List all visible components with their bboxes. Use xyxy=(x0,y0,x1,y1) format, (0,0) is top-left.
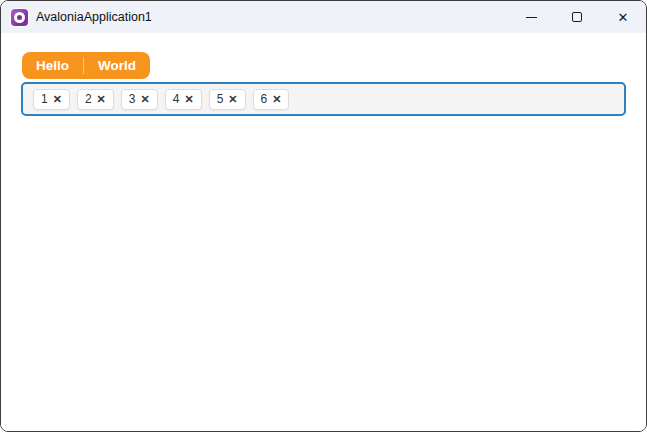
titlebar[interactable]: AvaloniaApplication1 ✕ xyxy=(1,1,646,33)
avalonia-logo-ring xyxy=(14,12,25,23)
chip[interactable]: 5 ✕ xyxy=(209,89,246,110)
window-controls: ✕ xyxy=(508,1,646,33)
chip-label: 5 xyxy=(217,92,224,106)
chip-label: 4 xyxy=(173,92,180,106)
minimize-icon xyxy=(526,17,537,18)
chip-remove-button[interactable]: ✕ xyxy=(97,94,106,105)
tabstrip: Hello World xyxy=(22,52,150,79)
chipbox[interactable]: 1 ✕ 2 ✕ 3 ✕ 4 ✕ 5 ✕ 6 ✕ xyxy=(21,82,626,116)
chip-remove-button[interactable]: ✕ xyxy=(184,94,193,105)
chip-remove-button[interactable]: ✕ xyxy=(53,94,62,105)
chip[interactable]: 4 ✕ xyxy=(165,89,202,110)
window-title: AvaloniaApplication1 xyxy=(36,10,152,24)
chip-remove-button[interactable]: ✕ xyxy=(228,94,237,105)
tab-world[interactable]: World xyxy=(84,52,150,79)
tab-hello-label: Hello xyxy=(36,58,69,73)
maximize-icon xyxy=(572,12,582,22)
avalonia-logo-icon xyxy=(11,9,28,26)
chip[interactable]: 1 ✕ xyxy=(33,89,70,110)
chip[interactable]: 2 ✕ xyxy=(77,89,114,110)
chip-remove-button[interactable]: ✕ xyxy=(272,94,281,105)
chip[interactable]: 3 ✕ xyxy=(121,89,158,110)
chip-label: 3 xyxy=(129,92,136,106)
chip-label: 6 xyxy=(261,92,268,106)
chip-label: 2 xyxy=(85,92,92,106)
close-icon: ✕ xyxy=(618,11,629,24)
avalonia-logo-dot xyxy=(17,15,22,20)
app-window: AvaloniaApplication1 ✕ Hello World xyxy=(0,0,647,432)
chip-label: 1 xyxy=(41,92,48,106)
content-area: Hello World 1 ✕ 2 ✕ 3 ✕ 4 ✕ xyxy=(1,33,646,431)
close-button[interactable]: ✕ xyxy=(600,1,646,33)
chip-remove-button[interactable]: ✕ xyxy=(141,94,150,105)
maximize-button[interactable] xyxy=(554,1,600,33)
minimize-button[interactable] xyxy=(508,1,554,33)
tab-hello[interactable]: Hello xyxy=(22,52,83,79)
tab-world-label: World xyxy=(98,58,136,73)
chip[interactable]: 6 ✕ xyxy=(253,89,290,110)
